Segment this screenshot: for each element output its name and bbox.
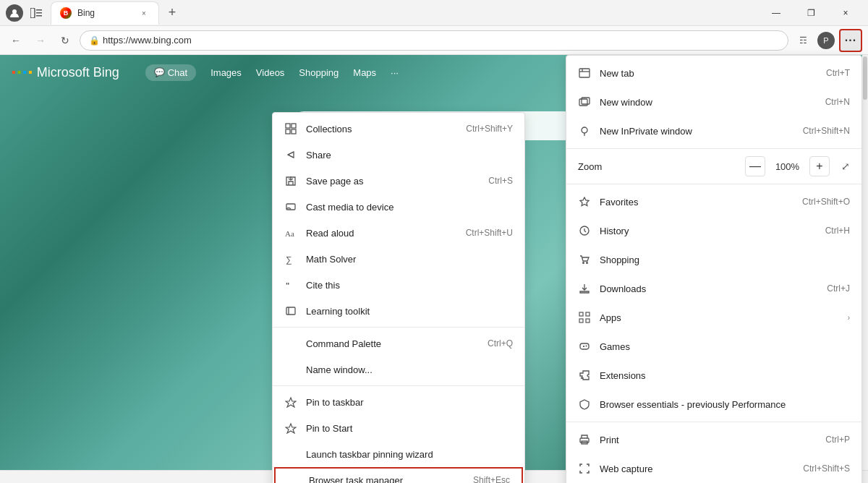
cite-label: Cite this [306, 280, 513, 291]
menu-item-launch-wizard[interactable]: Launch taskbar pinning wizard [273, 441, 524, 467]
cast-label: Cast media to device [306, 202, 513, 213]
shopping-label: Shopping [600, 255, 850, 265]
browser-task-manager-shortcut: Shift+Esc [473, 475, 510, 483]
menu-item-command-palette[interactable]: Command Palette Ctrl+Q [273, 330, 524, 356]
pin-start-icon [284, 422, 297, 435]
new-tab-icon [578, 67, 591, 80]
menu-divider-1 [273, 327, 524, 328]
menu-item-read-aloud[interactable]: Aa Read aloud Ctrl+Shift+U [273, 220, 524, 246]
menu-item-downloads[interactable]: Downloads Ctrl+J [566, 274, 861, 303]
svg-text:Aa: Aa [285, 229, 294, 238]
refresh-button[interactable]: ↻ [55, 30, 75, 51]
minimize-button[interactable]: — [760, 0, 793, 26]
menu-item-print[interactable]: Print Ctrl+P [566, 425, 861, 454]
lock-icon: 🔒 [89, 35, 100, 46]
menu-item-new-inprivate[interactable]: New InPrivate window Ctrl+Shift+N [566, 116, 861, 145]
menu-item-pin-taskbar[interactable]: Pin to taskbar [273, 389, 524, 415]
zoom-out-button[interactable]: — [745, 156, 765, 176]
menu-item-browser-essentials[interactable]: Browser essentials - previously Performa… [566, 390, 861, 419]
new-window-label: New window [600, 97, 817, 108]
menu-item-apps[interactable]: Apps › [566, 303, 861, 332]
bing-logo-text: Microsoft Bing [37, 65, 119, 80]
menu-item-history[interactable]: History Ctrl+H [566, 216, 861, 245]
bing-images-link[interactable]: Images [210, 67, 242, 78]
zoom-in-button[interactable]: + [809, 156, 830, 176]
address-input[interactable]: 🔒 https://www.bing.com [80, 30, 788, 51]
scrollbar[interactable] [862, 55, 868, 470]
new-tab-button[interactable]: + [162, 3, 182, 23]
address-bar: ← → ↻ 🔒 https://www.bing.com ☶ P ··· [0, 26, 868, 55]
new-inprivate-label: New InPrivate window [600, 126, 794, 137]
menu-item-browser-task-manager[interactable]: Browser task manager Shift+Esc [274, 467, 523, 483]
close-window-button[interactable]: × [829, 0, 862, 26]
print-shortcut: Ctrl+P [825, 435, 850, 445]
menu-item-learning-toolkit[interactable]: Learning toolkit [273, 298, 524, 324]
menu-item-collections[interactable]: Collections Ctrl+Shift+Y [273, 116, 524, 142]
sidebar-toggle[interactable] [27, 4, 45, 22]
bing-videos-link[interactable]: Videos [256, 67, 285, 78]
favorites-shortcut: Ctrl+Shift+O [802, 197, 850, 207]
svg-point-17 [582, 127, 587, 133]
profile-icon[interactable] [6, 4, 23, 22]
bing-shopping-link[interactable]: Shopping [299, 67, 339, 78]
menu-item-extensions[interactable]: Extensions [566, 361, 861, 390]
title-bar-left [6, 4, 45, 22]
svg-rect-6 [292, 124, 296, 128]
print-label: Print [600, 435, 817, 445]
menu-item-favorites[interactable]: Favorites Ctrl+Shift+O [566, 187, 861, 216]
menu-item-shopping[interactable]: Shopping [566, 245, 861, 274]
pin-taskbar-icon [284, 396, 297, 409]
print-icon [578, 433, 591, 446]
tab-close-button[interactable]: × [138, 7, 150, 19]
svg-text:": " [286, 281, 289, 290]
maximize-button[interactable]: ❐ [794, 0, 827, 26]
new-window-shortcut: Ctrl+N [825, 97, 850, 107]
bing-maps-link[interactable]: Maps [353, 67, 376, 78]
launch-wizard-icon [284, 448, 297, 461]
menu-item-math-solver[interactable]: ∑ Math Solver [273, 246, 524, 272]
menu-item-web-capture[interactable]: Web capture Ctrl+Shift+S [566, 454, 861, 483]
scrollbar-thumb[interactable] [863, 56, 867, 100]
math-solver-icon: ∑ [284, 252, 297, 265]
menu-item-new-tab[interactable]: New tab Ctrl+T [566, 59, 861, 87]
tab-title: Bing [77, 8, 132, 18]
pin-taskbar-label: Pin to taskbar [306, 397, 513, 408]
learning-toolkit-label: Learning toolkit [306, 306, 513, 317]
collections-shortcut: Ctrl+Shift+Y [466, 124, 513, 134]
menu-item-new-window[interactable]: New window Ctrl+N [566, 87, 861, 116]
name-window-icon [284, 363, 297, 376]
profile-menu-button[interactable]: P [817, 32, 835, 49]
menu-item-share[interactable]: Share [273, 142, 524, 168]
command-palette-icon [284, 337, 297, 350]
zoom-expand-button[interactable]: ⤢ [841, 161, 850, 172]
web-capture-label: Web capture [600, 463, 794, 474]
menu-item-cite[interactable]: " Cite this [273, 272, 524, 298]
bing-logo-icon: ▪▪▪▪ [12, 66, 33, 79]
web-capture-icon [578, 462, 591, 475]
menu-item-games[interactable]: Games [566, 332, 861, 361]
new-inprivate-shortcut: Ctrl+Shift+N [803, 126, 850, 136]
web-capture-shortcut: Ctrl+Shift+S [803, 463, 850, 474]
active-tab[interactable]: B Bing × [51, 1, 159, 25]
menu-item-name-window[interactable]: Name window... [273, 356, 524, 382]
new-inprivate-icon [578, 124, 591, 137]
tab-bar: B Bing × + [51, 1, 754, 25]
bing-more-link[interactable]: ··· [391, 67, 399, 78]
games-icon [578, 340, 591, 353]
menu-item-pin-start[interactable]: Pin to Start [273, 415, 524, 441]
collections-button[interactable]: ☶ [793, 30, 813, 51]
settings-and-more-button[interactable]: ··· [839, 29, 862, 52]
back-button[interactable]: ← [6, 30, 26, 51]
svg-point-19 [582, 262, 584, 264]
menu-item-save-page[interactable]: Save page as Ctrl+S [273, 168, 524, 194]
svg-rect-13 [286, 307, 295, 315]
read-aloud-shortcut: Ctrl+Shift+U [466, 228, 513, 238]
svg-rect-22 [586, 312, 590, 316]
right-divider-3 [566, 422, 861, 422]
tab-favicon: B [60, 7, 72, 19]
svg-rect-5 [286, 124, 290, 128]
menu-item-cast[interactable]: Cast media to device [273, 194, 524, 220]
name-window-label: Name window... [306, 364, 513, 375]
window-controls: — ❐ × [760, 0, 862, 26]
bing-chat-link[interactable]: Chat [168, 67, 187, 78]
